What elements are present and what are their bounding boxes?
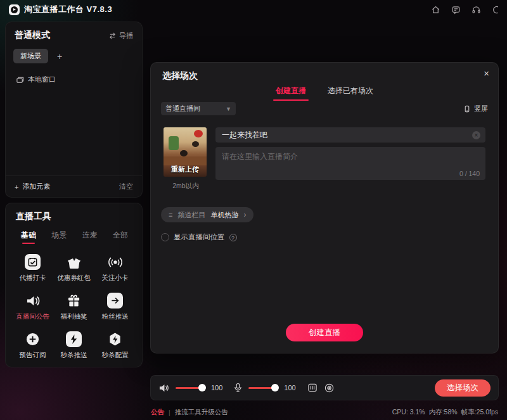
flash-sale-push-icon bbox=[66, 331, 82, 347]
modal-tabs: 创建直播 选择已有场次 bbox=[151, 86, 498, 101]
tab-create-live[interactable]: 创建直播 bbox=[276, 86, 306, 101]
mic-slider-knob[interactable] bbox=[271, 384, 279, 391]
broadcast-icon bbox=[108, 254, 123, 270]
volume-slider[interactable] bbox=[176, 387, 205, 389]
director-switch-button[interactable]: 导播 bbox=[108, 31, 133, 41]
volume-value: 100 bbox=[211, 384, 222, 391]
tool-item[interactable]: 秒杀配置 bbox=[94, 331, 136, 360]
upload-size-hint: 2mb以内 bbox=[164, 182, 208, 191]
coupon-red-packet-icon bbox=[66, 254, 82, 270]
system-stats: CPU: 3.1% 内存:58% 帧率:25.0fps bbox=[392, 408, 498, 417]
location-checkbox[interactable] bbox=[161, 233, 169, 241]
cover-art bbox=[194, 130, 203, 137]
titlebar: 淘宝直播工作台 V7.8.3 bbox=[0, 0, 507, 19]
memory-stat: 内存:58% bbox=[429, 408, 458, 417]
add-element-button[interactable]: + 添加元素 bbox=[15, 182, 50, 191]
tool-item[interactable]: 粉丝推送 bbox=[94, 293, 136, 321]
subscribe-plus-icon bbox=[25, 331, 40, 347]
minimize-icon[interactable] bbox=[492, 5, 498, 15]
modal-title: 选择场次 bbox=[162, 70, 198, 82]
layer-item-local-window[interactable]: 本地窗口 bbox=[6, 63, 142, 84]
char-counter: 0 / 140 bbox=[459, 170, 480, 177]
swap-arrows-icon bbox=[108, 32, 117, 39]
show-location-option[interactable]: 显示直播间位置 ? bbox=[161, 232, 237, 242]
tab-select-existing[interactable]: 选择已有场次 bbox=[328, 86, 373, 101]
flash-sale-config-icon bbox=[108, 331, 122, 347]
tool-item[interactable]: 关注小卡 bbox=[94, 254, 136, 283]
notice-text[interactable]: 推流工具升级公告 bbox=[175, 408, 228, 417]
tab-all[interactable]: 全部 bbox=[113, 230, 128, 244]
home-icon[interactable] bbox=[431, 5, 440, 15]
live-description-input[interactable] bbox=[215, 147, 485, 180]
mode-title: 普通模式 bbox=[15, 30, 50, 41]
list-icon: ≡ bbox=[169, 211, 172, 219]
add-scene-button[interactable]: + bbox=[57, 51, 62, 61]
record-target-icon[interactable] bbox=[324, 383, 335, 393]
chevron-down-icon: ▼ bbox=[226, 106, 231, 112]
tab-scene[interactable]: 场景 bbox=[51, 230, 67, 244]
cover-image[interactable]: 重新上传 bbox=[164, 127, 207, 177]
announcement-speaker-icon bbox=[25, 293, 41, 309]
portrait-screen-icon bbox=[463, 105, 471, 113]
calendar-check-icon bbox=[25, 254, 41, 270]
gift-lottery-icon bbox=[67, 293, 81, 309]
tools-tabs: 基础 场景 连麦 全部 bbox=[12, 222, 136, 244]
scene-tab-new[interactable]: 新场景 bbox=[13, 49, 48, 63]
tool-item[interactable]: 预告订阅 bbox=[12, 331, 53, 360]
cpu-stat: CPU: 3.1% bbox=[392, 408, 425, 417]
room-type-dropdown[interactable]: 普通直播间 ▼ bbox=[161, 102, 236, 115]
tools-grid: 代播打卡 优惠券红包 关注小卡 直播间公告 bbox=[12, 254, 136, 360]
portrait-mode-button[interactable]: 竖屏 bbox=[463, 104, 488, 113]
mic-slider[interactable] bbox=[248, 387, 278, 389]
notice-badge: 公告 bbox=[151, 408, 164, 417]
create-live-button[interactable]: 创建直播 bbox=[286, 324, 363, 341]
chevron-right-icon: › bbox=[243, 210, 246, 219]
fps-stat: 帧率:25.0fps bbox=[461, 408, 498, 417]
volume-slider-knob[interactable] bbox=[198, 384, 206, 391]
tool-item[interactable]: 秒杀推送 bbox=[53, 331, 94, 360]
category-selector[interactable]: ≡ 频道栏目 单机热游 › bbox=[161, 207, 254, 222]
plus-icon: + bbox=[15, 183, 18, 191]
speaker-volume-icon[interactable] bbox=[158, 383, 169, 393]
scene-panel: 普通模式 导播 新场景 + 本地窗口 + 添加元素 清空 bbox=[5, 22, 143, 198]
tab-co-stream[interactable]: 连麦 bbox=[82, 230, 98, 244]
live-tools-panel: 直播工具 基础 场景 连麦 全部 代播打卡 优惠券红包 bbox=[5, 203, 143, 367]
close-icon[interactable]: × bbox=[484, 68, 489, 79]
clear-input-icon[interactable]: × bbox=[472, 131, 480, 139]
clear-button[interactable]: 清空 bbox=[119, 182, 133, 191]
tool-item[interactable]: 直播间公告 bbox=[12, 293, 53, 321]
tool-item[interactable]: 福利抽奖 bbox=[53, 293, 94, 321]
select-session-modal: 选择场次 × 创建直播 选择已有场次 普通直播间 ▼ 竖屏 bbox=[150, 62, 499, 353]
reupload-button[interactable]: 重新上传 bbox=[164, 165, 207, 174]
select-session-button[interactable]: 选择场次 bbox=[435, 379, 491, 397]
tool-item[interactable]: 代播打卡 bbox=[12, 254, 53, 283]
tools-title: 直播工具 bbox=[12, 211, 136, 222]
control-bar: 100 100 选择场次 bbox=[150, 375, 499, 400]
app-title: 淘宝直播工作台 V7.8.3 bbox=[24, 4, 112, 15]
window-icon bbox=[16, 76, 24, 84]
tool-item[interactable]: 优惠券红包 bbox=[53, 254, 94, 283]
fan-push-arrow-icon bbox=[107, 293, 123, 309]
message-icon[interactable] bbox=[451, 5, 461, 15]
tab-basic[interactable]: 基础 bbox=[21, 230, 36, 244]
live-title-input[interactable] bbox=[215, 127, 485, 143]
mic-value: 100 bbox=[284, 384, 295, 391]
status-bar: 公告 | 推流工具升级公告 CPU: 3.1% 内存:58% 帧率:25.0fp… bbox=[0, 404, 507, 420]
mixer-icon[interactable] bbox=[307, 383, 318, 393]
help-icon[interactable]: ? bbox=[229, 234, 237, 241]
microphone-icon[interactable] bbox=[234, 383, 242, 393]
headset-icon[interactable] bbox=[472, 5, 481, 15]
app-logo-icon bbox=[9, 4, 20, 15]
